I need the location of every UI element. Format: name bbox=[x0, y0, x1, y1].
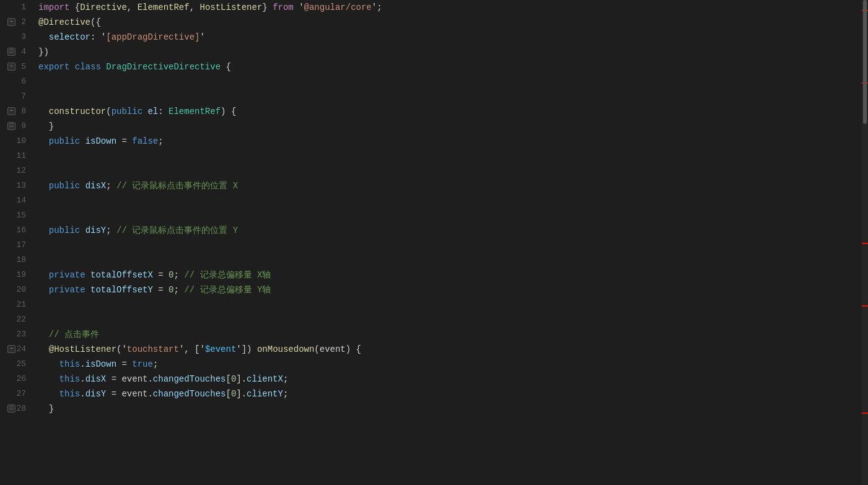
code-line: public disY; // 记录鼠标点击事件的位置 Y bbox=[38, 223, 868, 238]
token: onMousedown bbox=[257, 344, 314, 354]
code-line bbox=[38, 74, 868, 89]
scrollbar-error-marker bbox=[862, 243, 868, 244]
scrollbar-thumb[interactable] bbox=[863, 0, 867, 124]
line-number: 9 bbox=[21, 119, 26, 134]
line-tokens: private totalOffsetX = 0; // 记录总偏移量 X轴 bbox=[38, 268, 271, 282]
token: ( bbox=[106, 107, 111, 116]
token: ; bbox=[283, 389, 288, 399]
token: ; bbox=[158, 136, 163, 146]
token: , bbox=[127, 2, 138, 12]
scrollbar-error-marker bbox=[862, 413, 868, 414]
token: totalOffsetY bbox=[90, 285, 153, 295]
fold-end-icon[interactable]: □ bbox=[7, 48, 15, 56]
token: [appDragDirective] bbox=[106, 32, 199, 42]
token: (event) { bbox=[314, 344, 361, 354]
code-line bbox=[38, 312, 868, 327]
token: @ bbox=[49, 344, 54, 354]
token: HostListener bbox=[199, 2, 262, 12]
token: [ bbox=[226, 374, 230, 384]
code-line: export class DragDirectiveDirective { bbox=[38, 59, 868, 74]
line-tokens: } bbox=[38, 119, 54, 134]
line-tokens: export class DragDirectiveDirective { bbox=[38, 59, 231, 74]
code-line: private totalOffsetY = 0; // 记录总偏移量 Y轴 bbox=[38, 282, 868, 297]
token: : bbox=[158, 107, 169, 116]
token: = bbox=[116, 136, 132, 146]
token: ]. bbox=[236, 374, 247, 384]
token: } bbox=[38, 121, 54, 131]
line-number: 25 bbox=[16, 357, 26, 372]
token: import bbox=[38, 2, 75, 12]
token: public bbox=[49, 181, 85, 191]
token bbox=[38, 270, 49, 280]
code-line: public disX; // 记录鼠标点击事件的位置 X bbox=[38, 178, 868, 193]
token: Directive bbox=[80, 2, 127, 12]
line-number: 22 bbox=[16, 312, 26, 327]
fold-collapse-icon[interactable]: − bbox=[7, 345, 15, 353]
token: this bbox=[59, 389, 81, 399]
token: ; bbox=[153, 359, 158, 369]
code-line: }) bbox=[38, 45, 868, 59]
token: = bbox=[116, 359, 132, 369]
token bbox=[38, 225, 49, 235]
line-number: 12 bbox=[16, 164, 26, 178]
line-number: 17 bbox=[16, 238, 26, 253]
code-line bbox=[38, 164, 868, 178]
token bbox=[38, 136, 49, 146]
token: disX bbox=[85, 374, 107, 384]
code-line: private totalOffsetX = 0; // 记录总偏移量 X轴 bbox=[38, 268, 868, 282]
code-line bbox=[38, 238, 868, 253]
code-line: } bbox=[38, 119, 868, 134]
token: false bbox=[132, 136, 158, 146]
token: . bbox=[80, 374, 85, 384]
line-number: 4 bbox=[21, 45, 26, 59]
token: isDown bbox=[85, 359, 116, 369]
fold-end-icon[interactable]: □ bbox=[7, 404, 15, 413]
token: // 记录总偏移量 X轴 bbox=[184, 270, 271, 280]
token: }) bbox=[38, 47, 49, 57]
token: // 记录鼠标点击事件的位置 Y bbox=[116, 225, 238, 235]
code-lines-content: import {Directive, ElementRef, HostListe… bbox=[36, 0, 868, 485]
token: changedTouches bbox=[153, 374, 226, 384]
token: disY bbox=[85, 389, 107, 399]
token: // 点击事件 bbox=[49, 330, 99, 339]
code-line: @Directive({ bbox=[38, 15, 868, 30]
scrollbar-right[interactable] bbox=[862, 0, 868, 485]
token: ' bbox=[199, 32, 204, 42]
fold-collapse-icon[interactable]: − bbox=[7, 63, 15, 71]
line-number: 2 bbox=[21, 15, 26, 30]
fold-collapse-icon[interactable]: − bbox=[7, 18, 15, 26]
fold-collapse-icon[interactable]: − bbox=[7, 107, 15, 115]
line-tokens: } bbox=[38, 401, 54, 416]
token: changedTouches bbox=[153, 389, 226, 399]
line-number: 10 bbox=[16, 134, 26, 149]
line-tokens: import {Directive, ElementRef, HostListe… bbox=[38, 0, 382, 15]
line-tokens: private totalOffsetY = 0; // 记录总偏移量 Y轴 bbox=[38, 282, 271, 297]
token: . bbox=[80, 389, 85, 399]
line-tokens: }) bbox=[38, 45, 49, 59]
token: from bbox=[273, 2, 294, 12]
token: : ' bbox=[90, 32, 106, 42]
token bbox=[38, 330, 49, 339]
fold-end-icon[interactable]: □ bbox=[7, 122, 15, 130]
token: { bbox=[221, 62, 231, 72]
token: touchstart bbox=[127, 344, 179, 354]
token bbox=[38, 359, 59, 369]
token: { bbox=[75, 2, 80, 12]
token: ; bbox=[283, 374, 288, 384]
token bbox=[38, 389, 59, 399]
token: true bbox=[132, 359, 153, 369]
token: clientX bbox=[247, 374, 283, 384]
token: constructor bbox=[38, 107, 106, 116]
token: ]. bbox=[236, 389, 247, 399]
token: '; bbox=[372, 2, 382, 12]
token: = event. bbox=[106, 389, 153, 399]
line-tokens: public disX; // 记录鼠标点击事件的位置 X bbox=[38, 178, 238, 193]
token: public bbox=[49, 225, 85, 235]
token: disY bbox=[85, 225, 107, 235]
line-tokens: this.isDown = true; bbox=[38, 357, 158, 372]
code-line bbox=[38, 193, 868, 208]
line-number: 23 bbox=[16, 327, 26, 342]
code-line bbox=[38, 297, 868, 312]
token: el bbox=[147, 107, 158, 116]
token: ; bbox=[106, 181, 116, 191]
